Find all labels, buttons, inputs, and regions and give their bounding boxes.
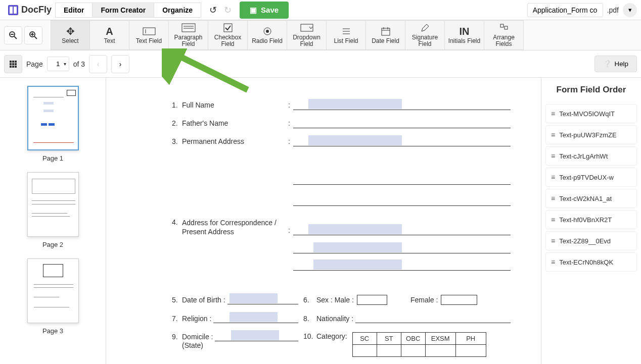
prev-page-button[interactable]: ‹: [89, 55, 107, 73]
row-label: Sex : Male :: [316, 296, 354, 304]
drag-icon: ≡: [551, 258, 555, 266]
row-label: Domicile :: [182, 333, 213, 341]
field-order-item[interactable]: ≡Text-hf0VBnXR2T: [545, 210, 637, 229]
cat-header: PH: [455, 333, 486, 345]
field-name: Text-2Z89__0Evd: [559, 237, 611, 245]
thumb-page-1[interactable]: Page 1: [27, 86, 79, 162]
field-order-item[interactable]: ≡Text-cW2kNA1_at: [545, 189, 637, 208]
svg-rect-23: [500, 24, 503, 27]
category-table: SC ST OBC EXSM PH: [352, 332, 486, 357]
tool-select[interactable]: ✥Select: [51, 20, 90, 50]
field-order-panel: Form Field Order ≡Text-MVO5IOWqIT ≡Text-…: [541, 78, 641, 364]
tool-dropdown-field-label: Dropdown Field: [288, 34, 325, 47]
tool-paragraph-field-label: Paragraph Field: [170, 34, 207, 47]
text-field[interactable]: [230, 293, 278, 303]
topbar-right: .pdf ▾: [527, 3, 637, 17]
drag-icon: ≡: [551, 173, 555, 181]
checkbox-icon: [223, 23, 233, 33]
text-field[interactable]: [308, 99, 402, 109]
tool-signature-field[interactable]: Signature Field: [405, 20, 445, 50]
cat-cell[interactable]: [377, 345, 401, 357]
colon: :: [288, 101, 290, 109]
file-menu-button[interactable]: ▾: [623, 3, 637, 17]
tool-radio-field[interactable]: Radio Field: [248, 20, 287, 50]
tool-list-field[interactable]: List Field: [327, 20, 366, 50]
form-row: 8. Nationality :: [303, 314, 511, 323]
thumb-image: [27, 86, 79, 150]
svg-rect-28: [10, 63, 12, 65]
tool-text[interactable]: AText: [90, 20, 129, 50]
cat-header: EXSM: [425, 333, 455, 345]
tool-dropdown-field[interactable]: Dropdown Field: [287, 20, 327, 50]
text-field[interactable]: [230, 312, 278, 322]
arrange-icon: [499, 23, 509, 33]
document-area[interactable]: 1. Full Name : 2. Father's Name : 3. Per…: [106, 78, 541, 364]
form-row: :: [172, 244, 511, 253]
form-row: 3. Permanent Address :: [172, 137, 511, 146]
cat-cell[interactable]: [352, 345, 377, 357]
thumb-page-3[interactable]: Page 3: [27, 258, 79, 335]
toolbar: ✥Select AText Text Field Paragraph Field…: [0, 20, 641, 50]
field-order-item[interactable]: ≡Text-cJrLgArhWt: [545, 146, 637, 166]
thumbnail-grid-button[interactable]: [4, 55, 22, 73]
field-order-item[interactable]: ≡Text-2Z89__0Evd: [545, 231, 637, 250]
calendar-icon: [381, 26, 390, 37]
page-canvas: 1. Full Name : 2. Father's Name : 3. Per…: [116, 86, 531, 364]
cat-cell[interactable]: [401, 345, 425, 357]
filename-input[interactable]: [527, 3, 603, 17]
tool-paragraph-field[interactable]: Paragraph Field: [169, 20, 208, 50]
tab-form-creator[interactable]: Form Creator: [92, 3, 154, 18]
save-label: Save: [261, 6, 279, 14]
field-order-item[interactable]: ≡Text-ECrN0h8kQK: [545, 252, 637, 272]
zoom-out-button[interactable]: [4, 26, 22, 44]
thumb-label: Page 3: [42, 327, 63, 335]
row-label: Full Name: [182, 101, 288, 109]
tab-editor[interactable]: Editor: [55, 3, 93, 18]
field-order-item[interactable]: ≡Text-p9TVDeUX-w: [545, 168, 637, 187]
cat-cell[interactable]: [425, 345, 455, 357]
tab-organize[interactable]: Organize: [154, 3, 201, 18]
text-icon: A: [106, 26, 113, 37]
checkbox-male[interactable]: [357, 295, 387, 305]
row-number: 5.: [172, 296, 182, 304]
undo-redo-group: ↺ ↻: [207, 3, 234, 18]
svg-rect-30: [15, 63, 17, 65]
text-field[interactable]: [313, 259, 402, 270]
text-field[interactable]: [308, 135, 402, 145]
line-area: [293, 176, 511, 185]
next-page-button[interactable]: ›: [111, 55, 129, 73]
tool-signature-field-label: Signature Field: [406, 34, 443, 47]
field-order-item[interactable]: ≡Text-puUW3FzmZE: [545, 125, 637, 144]
colon: :: [288, 137, 290, 145]
form-row: 4. Address for Correspondence / Present …: [172, 218, 511, 236]
thumb-image: [27, 172, 79, 237]
undo-button[interactable]: ↺: [207, 3, 219, 18]
tool-initials-field-label: Initials Field: [448, 38, 480, 44]
tool-arrange-fields[interactable]: Arrange Fields: [484, 20, 524, 50]
page-number-input[interactable]: [47, 57, 69, 71]
checkbox-female[interactable]: [441, 295, 477, 305]
text-field[interactable]: [308, 224, 402, 234]
file-extension: .pdf: [607, 6, 619, 14]
tool-arrange-fields-label: Arrange Fields: [485, 34, 522, 47]
tool-text-field[interactable]: Text Field: [129, 20, 169, 50]
thumb-page-2[interactable]: Page 2: [27, 172, 79, 248]
help-button[interactable]: ❔ Help: [594, 56, 637, 72]
zoom-in-button[interactable]: [24, 26, 42, 44]
row-number: 9.: [172, 333, 182, 341]
help-label: Help: [615, 60, 628, 68]
text-field[interactable]: [231, 330, 279, 340]
row-label: Female :: [410, 296, 438, 304]
text-field[interactable]: [313, 242, 402, 252]
save-button[interactable]: ▣ Save: [240, 2, 289, 19]
field-order-item[interactable]: ≡Text-MVO5IOWqIT: [545, 104, 637, 123]
tool-initials-field[interactable]: INInitials Field: [445, 20, 484, 50]
page-of-label: of 3: [73, 60, 85, 68]
redo-button[interactable]: ↻: [222, 3, 234, 18]
line-area: [293, 226, 511, 235]
cat-cell[interactable]: [455, 345, 486, 357]
app-logo: DocFly: [4, 5, 56, 15]
row-label: Father's Name: [182, 119, 288, 127]
tool-checkbox-field[interactable]: Checkbox Field: [208, 20, 248, 50]
tool-date-field[interactable]: Date Field: [366, 20, 405, 50]
